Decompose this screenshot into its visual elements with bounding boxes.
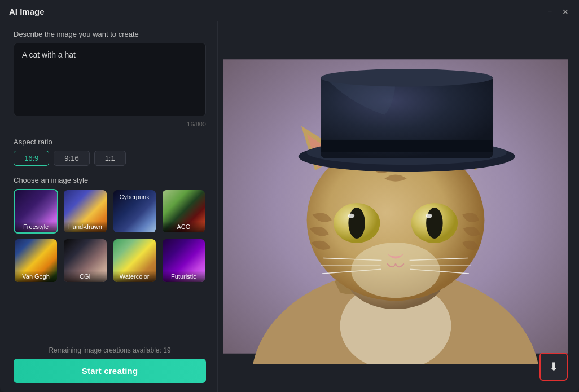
style-grid: Freestyle Hand-drawn Cyberpunk ACG	[14, 189, 206, 283]
style-watercolor-label: Watercolor	[113, 271, 156, 282]
aspect-btn-916[interactable]: 9:16	[54, 151, 89, 166]
style-cyberpunk-label	[113, 228, 156, 232]
download-icon: ⬇	[549, 360, 559, 373]
prompt-textarea[interactable]: A cat with a hat	[14, 43, 206, 116]
remaining-text: Remaining image creations available: 19	[14, 346, 206, 354]
style-handdrawn-label: Hand-drawn	[64, 221, 106, 232]
style-futuristic-label: Futuristic	[163, 271, 205, 282]
prompt-section: Describe the image you want to create A …	[14, 30, 206, 127]
style-label: Choose an image style	[14, 176, 206, 184]
window-title: AI Image	[9, 7, 45, 16]
style-freestyle-label: Freestyle	[15, 221, 57, 232]
style-acg[interactable]: ACG	[161, 189, 206, 234]
aspect-btn-11[interactable]: 1:1	[94, 151, 126, 166]
style-cyberpunk[interactable]: Cyberpunk	[112, 189, 157, 234]
style-handdrawn[interactable]: Hand-drawn	[63, 189, 107, 234]
titlebar: AI Image − ✕	[0, 0, 579, 21]
aspect-btn-169[interactable]: 16:9	[14, 151, 49, 166]
download-button-area: ⬇	[539, 353, 568, 381]
generated-image-container	[223, 49, 568, 364]
left-panel: Describe the image you want to create A …	[0, 21, 217, 392]
start-creating-button[interactable]: Start creating	[14, 359, 206, 383]
style-futuristic[interactable]: Futuristic	[161, 238, 206, 283]
style-cgi-label: CGI	[64, 271, 106, 282]
aspect-ratio-buttons: 16:9 9:16 1:1	[14, 151, 206, 166]
minimize-button[interactable]: −	[545, 7, 554, 16]
style-section: Choose an image style Freestyle Hand-dra…	[14, 176, 206, 283]
svg-point-26	[321, 69, 493, 86]
style-freestyle[interactable]: Freestyle	[14, 189, 58, 234]
aspect-ratio-section: Aspect ratio 16:9 9:16 1:1	[14, 138, 206, 166]
right-panel: ⬇	[218, 21, 579, 392]
char-count: 16/800	[14, 121, 206, 127]
svg-rect-25	[321, 140, 493, 152]
style-vangogh-label: Van Gogh	[15, 271, 57, 282]
main-content: Describe the image you want to create A …	[0, 21, 579, 392]
app-window: AI Image − ✕ Describe the image you want…	[0, 0, 579, 392]
close-button[interactable]: ✕	[561, 7, 570, 16]
svg-point-21	[351, 243, 440, 298]
svg-point-11	[348, 208, 365, 239]
svg-point-12	[426, 208, 443, 239]
bottom-panel: Remaining image creations available: 19 …	[14, 346, 206, 383]
prompt-label: Describe the image you want to create	[14, 30, 206, 38]
style-cgi[interactable]: CGI	[63, 238, 107, 283]
style-acg-label: ACG	[163, 221, 205, 232]
cat-image	[223, 49, 568, 364]
aspect-ratio-label: Aspect ratio	[14, 138, 206, 146]
style-cyberpunk-top-label: Cyberpunk	[113, 192, 156, 201]
svg-point-14	[426, 214, 432, 218]
style-vangogh[interactable]: Van Gogh	[14, 238, 58, 283]
download-button[interactable]: ⬇	[539, 353, 568, 381]
svg-point-13	[348, 214, 354, 218]
window-controls: − ✕	[545, 7, 570, 16]
style-watercolor[interactable]: Watercolor	[112, 238, 157, 283]
